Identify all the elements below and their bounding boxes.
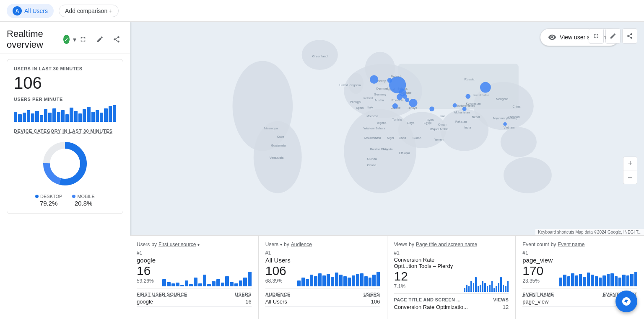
- top-bar: A All Users Add comparison +: [0, 0, 644, 22]
- desktop-legend: DESKTOP 79.2%: [35, 194, 62, 207]
- card3-bar-chart: [464, 277, 509, 292]
- svg-text:Austria: Austria: [375, 99, 384, 102]
- bar: [52, 108, 56, 122]
- edit-icon[interactable]: [93, 33, 106, 46]
- main-content: Realtime overview ✓ ▾ USERS IN LAST 30 M…: [0, 22, 644, 319]
- svg-text:Sudan: Sudan: [413, 136, 421, 140]
- card2-table-header: AUDIENCE USERS: [265, 288, 380, 297]
- bar: [57, 112, 60, 122]
- svg-text:Portugal: Portugal: [350, 100, 361, 104]
- status-check-icon: ✓: [63, 35, 70, 44]
- users-per-minute-label: USERS PER MINUTE: [14, 97, 116, 102]
- svg-text:Afghanistan: Afghanistan: [454, 111, 470, 114]
- svg-text:Nepal: Nepal: [472, 116, 480, 119]
- users-stats-card: USERS IN LAST 30 MINUTES 106 USERS PER M…: [7, 59, 123, 214]
- svg-text:Venezuela: Venezuela: [270, 156, 284, 160]
- bar: [35, 111, 39, 122]
- bar: [61, 110, 65, 122]
- card4-count: 170: [522, 264, 553, 278]
- svg-text:Greenland: Greenland: [312, 54, 327, 58]
- fab-button[interactable]: [615, 291, 637, 312]
- svg-text:Algeria: Algeria: [377, 121, 386, 125]
- device-legend: DESKTOP 79.2% MOBILE 20.8%: [14, 194, 116, 207]
- add-comparison-button[interactable]: Add comparison +: [59, 5, 119, 17]
- bar: [65, 114, 69, 122]
- bar: [40, 115, 43, 122]
- card1-title: Users by First user source ▾: [137, 242, 252, 247]
- table-row: google 16: [137, 297, 252, 307]
- svg-text:Tunisia: Tunisia: [392, 118, 402, 121]
- card3-table-header: PAGE TITLE AND SCREEN ... VIEWS: [394, 293, 509, 302]
- svg-text:Niger: Niger: [387, 136, 395, 140]
- users-label: USERS IN LAST 30 MINUTES: [14, 66, 116, 71]
- bubble: [480, 82, 491, 93]
- card4-rank: #1: [522, 250, 637, 256]
- zoom-in-button[interactable]: +: [623, 157, 637, 170]
- bar: [14, 112, 17, 122]
- svg-text:Syria: Syria: [427, 118, 434, 122]
- svg-text:Spain: Spain: [356, 106, 364, 110]
- card1-count: 16: [137, 264, 156, 278]
- card-audience: Users ▾ by Audience #1 All Users 106 68.…: [259, 235, 387, 319]
- svg-text:United Kingdom: United Kingdom: [339, 84, 361, 87]
- svg-text:Kazakhstan: Kazakhstan: [473, 94, 489, 97]
- bar: [23, 113, 26, 122]
- map-fullscreen-icon[interactable]: [589, 28, 604, 44]
- card1-rank: #1: [137, 250, 252, 256]
- svg-text:Mongolia: Mongolia: [496, 98, 508, 101]
- bar: [31, 113, 34, 122]
- svg-text:Chad: Chad: [399, 136, 406, 140]
- card1-bar-chart: [162, 272, 252, 286]
- zoom-out-button[interactable]: –: [623, 170, 637, 184]
- svg-point-16: [504, 157, 552, 193]
- bubble: [429, 107, 434, 111]
- desktop-dot: [35, 195, 39, 198]
- bubble: [503, 122, 507, 126]
- card-page-title: Views by Page title and screen name #1 C…: [387, 235, 516, 319]
- svg-text:Egypt: Egypt: [424, 121, 431, 125]
- card1-percent: 59.26%: [137, 278, 156, 284]
- svg-text:Romania: Romania: [392, 99, 404, 102]
- bar: [104, 108, 107, 122]
- user-chip[interactable]: A All Users: [7, 4, 54, 18]
- bubble: [453, 103, 457, 108]
- card1-table-header: FIRST USER SOURCE USERS: [137, 288, 252, 297]
- map-edit-icon[interactable]: [605, 28, 621, 44]
- mobile-value: 20.8%: [75, 200, 93, 207]
- svg-text:Iran: Iran: [440, 115, 445, 118]
- bubble: [392, 103, 398, 109]
- fullscreen-icon[interactable]: [76, 33, 90, 46]
- users-count: 106: [14, 74, 116, 93]
- card2-percent: 68.39%: [265, 278, 291, 284]
- card-first-user-source: Users by First user source ▾ #1 google 1…: [130, 235, 259, 319]
- map-area[interactable]: Greenland United Kingdom Ireland Norway …: [130, 22, 644, 319]
- card3-num-row: Conversion Rate Opti...tion Tools – Pler…: [394, 257, 509, 292]
- card2-title: Users ▾ by Audience: [265, 242, 380, 247]
- svg-text:Yemen: Yemen: [434, 138, 444, 141]
- card4-num-row: page_view 170 23.35%: [522, 257, 637, 286]
- bar: [91, 112, 95, 122]
- bar: [113, 105, 116, 122]
- users-per-minute-chart: [14, 105, 116, 122]
- map-attribution: Keyboard shortcuts Map data ©2024 Google…: [535, 229, 644, 235]
- mobile-label: MOBILE: [77, 194, 95, 199]
- svg-text:Germany: Germany: [374, 93, 387, 96]
- svg-text:Guatemala: Guatemala: [271, 144, 286, 147]
- card3-count: 12: [394, 269, 457, 283]
- share-icon[interactable]: [110, 33, 123, 46]
- chevron-down-icon[interactable]: ▾: [73, 36, 76, 44]
- svg-text:Vietnam: Vietnam: [504, 126, 514, 129]
- svg-text:Iraq: Iraq: [430, 128, 435, 131]
- add-icon: +: [109, 8, 112, 14]
- card2-num-row: All Users 106 68.39%: [265, 257, 380, 286]
- card3-top-name: Conversion Rate Opti...tion Tools – Pler…: [394, 257, 457, 269]
- desktop-value: 79.2%: [40, 200, 58, 207]
- card2-count: 106: [265, 264, 291, 278]
- map-share-icon[interactable]: [622, 28, 637, 44]
- realtime-title: Realtime overview: [7, 28, 60, 50]
- bar: [27, 110, 30, 122]
- bottom-cards-row: Users by First user source ▾ #1 google 1…: [130, 235, 644, 319]
- svg-text:Italy: Italy: [367, 106, 373, 109]
- svg-text:Western Sahara: Western Sahara: [364, 127, 385, 130]
- bar: [48, 113, 52, 122]
